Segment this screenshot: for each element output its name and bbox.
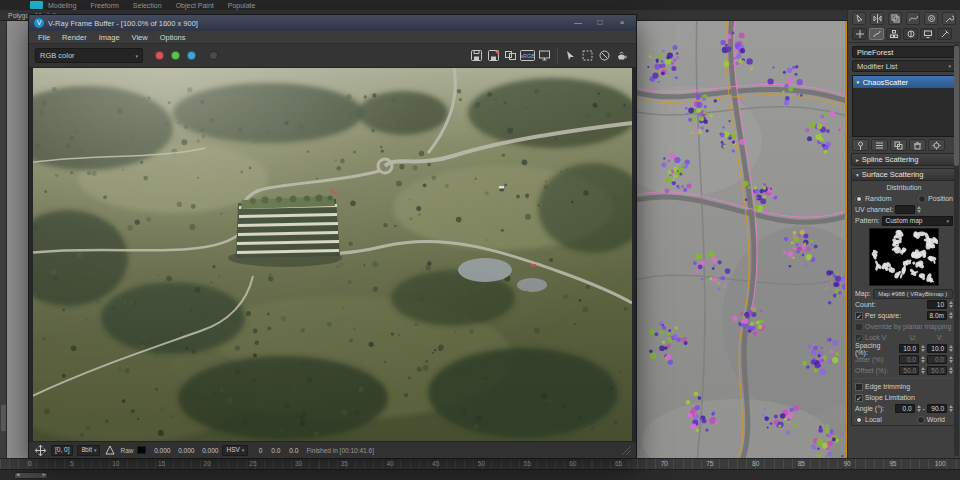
save-image-icon[interactable] [468,47,485,64]
lock-v-checkbox[interactable]: ✓ [855,334,863,342]
ribbon-tab-modeling[interactable]: Modeling [48,2,76,9]
jitter-u-spinner[interactable] [921,356,925,363]
timeline-tick[interactable]: 75 [706,460,713,467]
render-setup-icon[interactable] [924,12,938,25]
tab-display-icon[interactable] [920,28,935,40]
ribbon-tab-object-paint[interactable]: Object Paint [176,2,214,9]
random-radio[interactable] [855,195,863,203]
minimize-icon[interactable]: — [569,17,587,29]
render-last-icon[interactable] [613,47,630,64]
timeline-tick[interactable]: 85 [798,460,805,467]
spacing-v-spinner[interactable] [949,345,953,352]
wrench-icon[interactable] [942,12,956,25]
timeline-tick[interactable]: 70 [661,460,668,467]
timeline-tick[interactable]: 40 [386,460,393,467]
red-channel-toggle[interactable] [155,51,164,60]
resize-grip[interactable] [621,445,631,455]
modifier-list-dropdown[interactable]: Modifier List ▾ [852,60,956,72]
configure-modifier-sets-icon[interactable] [928,139,945,151]
offset-u-field[interactable]: 50.0 [899,366,919,375]
channel-select-dropdown[interactable]: RGB color ▾ [35,48,143,63]
remove-modifier-icon[interactable] [909,139,926,151]
ribbon-tab-selection[interactable]: Selection [133,2,162,9]
modifier-enabled-icon[interactable]: ● [856,79,860,85]
pin-stack-icon[interactable] [852,139,869,151]
clear-image-icon[interactable] [596,47,613,64]
angle-max-field[interactable]: 90.0 [927,404,947,413]
uv-channel-spinner[interactable] [917,206,921,213]
modifier-stack-row-chaosscatter[interactable]: ● ChaosScatter [853,76,955,88]
vfb-title-bar[interactable]: V V-Ray Frame Buffer - [100.0% of 1600 x… [29,15,636,31]
pixel-info-icon[interactable] [104,444,116,457]
local-axis-radio[interactable] [855,416,863,424]
scroll-left-icon[interactable]: ◀ [16,473,19,478]
spacing-v-field[interactable]: 10.0 [927,344,947,353]
timeline-tick[interactable]: 0 [28,460,32,467]
render-image[interactable] [29,68,636,441]
srgb-toggle[interactable]: sRGB [519,47,536,64]
object-name-field[interactable]: PineForest [852,46,956,58]
jitter-u-field[interactable]: 0.0 [899,355,919,364]
per-square-checkbox[interactable]: ✓ [855,312,863,320]
rollout-surface-scattering[interactable]: ▾ Surface Scattering [851,168,957,181]
alpha-channel-toggle[interactable] [209,51,218,60]
timeline-tick[interactable]: 55 [524,460,531,467]
menu-render[interactable]: Render [57,33,92,42]
timeline-tick[interactable]: 80 [752,460,759,467]
menu-file[interactable]: File [33,33,55,42]
rollout-spline-scattering[interactable]: ▸ Spline Scattering [851,153,957,166]
uv-channel-field[interactable] [895,205,915,214]
spacing-u-field[interactable]: 10.0 [899,344,919,353]
angle-min-field[interactable]: 0.0 [895,404,915,413]
ribbon-tab-freeform[interactable]: Freeform [90,2,118,9]
timeline-tick[interactable]: 100 [935,460,946,467]
position-radio[interactable] [918,195,926,203]
pan-icon[interactable] [34,444,47,457]
menu-image[interactable]: Image [94,33,125,42]
jitter-v-field[interactable]: 0.0 [927,355,947,364]
dock-handle[interactable] [1,405,6,431]
modifier-stack[interactable]: ● ChaosScatter [852,75,956,137]
menu-view[interactable]: View [127,33,153,42]
count-field[interactable]: 10 [927,300,947,309]
tab-utilities-icon[interactable] [937,28,952,40]
timeline-ruler[interactable]: 0510152025303540455055606570758085909510… [0,458,960,469]
offset-v-field[interactable]: 50.0 [927,366,947,375]
timeline-tick[interactable]: 50 [478,460,485,467]
maximize-icon[interactable]: □ [591,17,609,29]
slope-limitation-checkbox[interactable]: ✓ [855,394,863,402]
timeline-tick[interactable]: 20 [204,460,211,467]
offset-u-spinner[interactable] [921,367,925,374]
green-channel-toggle[interactable] [171,51,180,60]
curve-editor-icon[interactable] [906,12,920,25]
layers-icon[interactable] [888,12,902,25]
close-icon[interactable]: × [613,17,631,29]
timeline-tick[interactable]: 95 [889,460,896,467]
angle-max-spinner[interactable] [949,405,953,412]
timeline-tick[interactable]: 10 [112,460,119,467]
show-end-result-icon[interactable] [871,139,888,151]
ribbon-tab-populate[interactable]: Populate [228,2,256,9]
save-all-channels-icon[interactable] [485,47,502,64]
offset-v-spinner[interactable] [949,367,953,374]
timeline-tick[interactable]: 5 [70,460,74,467]
tab-motion-icon[interactable] [903,28,918,40]
timeline-tick[interactable]: 15 [158,460,165,467]
timeline-tick[interactable]: 60 [569,460,576,467]
history-compare-icon[interactable] [502,47,519,64]
world-axis-radio[interactable] [917,416,925,424]
count-spinner[interactable] [949,301,953,308]
timeline-tick[interactable]: 25 [249,460,256,467]
pattern-dropdown[interactable]: Custom map ▾ [882,216,953,226]
timeline-tick[interactable]: 45 [432,460,439,467]
panel-scrollbar[interactable] [954,44,959,456]
per-square-field[interactable]: 8.0m [927,311,947,320]
jitter-v-spinner[interactable] [949,356,953,363]
edge-trimming-checkbox[interactable] [855,383,863,391]
hsv-dropdown[interactable]: HSV ▾ [222,445,248,456]
override-planar-checkbox[interactable] [855,323,863,331]
select-object-icon[interactable] [852,12,866,25]
pattern-preview-image[interactable] [869,228,939,286]
follow-mouse-icon[interactable] [562,47,579,64]
per-square-spinner[interactable] [949,312,953,319]
